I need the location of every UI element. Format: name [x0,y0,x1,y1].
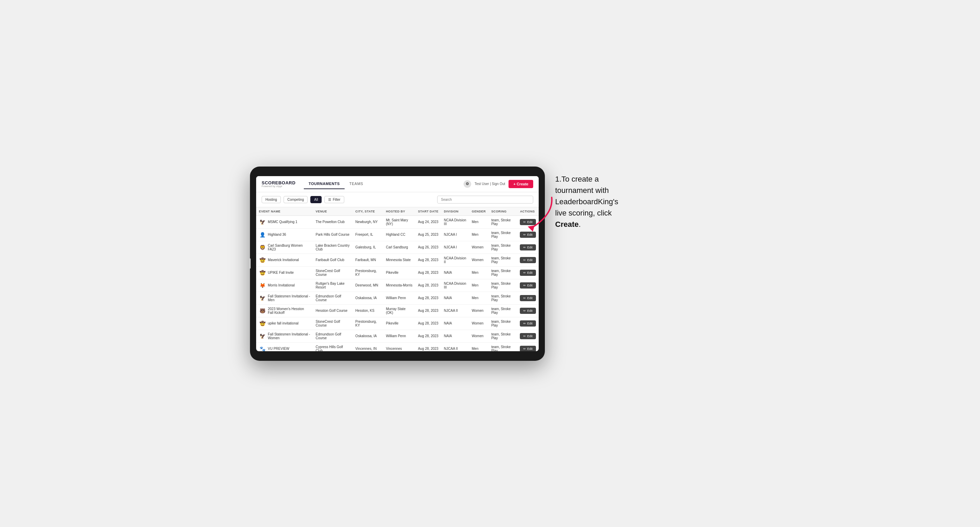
event-name-text: VU PREVIEW [268,347,290,351]
tab-teams[interactable]: TEAMS [345,179,368,189]
logo-sub: Powered by clippr [262,185,296,187]
cell-event-name: 🐻 2023 Women's Hesston Fall Kickoff [256,304,313,317]
edit-button[interactable]: ✏ Edit [520,321,536,327]
annotation-area: 1.To create a tournament with Leaderboar… [545,167,655,237]
pencil-icon: ✏ [523,322,526,325]
cell-actions: ✏ Edit [517,317,539,330]
cell-city-state: Oskaloosa, IA [353,292,383,304]
annotation-arrow [524,194,555,238]
table-row: 🦅 Fall Statesmen Invitational - Men Edmu… [256,292,539,304]
cell-division: NAIA [441,292,469,304]
app-header: SCOREBOARD Powered by clippr TOURNAMENTS… [256,176,539,192]
tab-tournaments[interactable]: TOURNAMENTS [304,179,345,189]
pencil-icon: ✏ [523,347,526,351]
event-name-text: Morris Invitational [268,283,294,287]
event-icon: 👤 [259,231,266,238]
cell-city-state: Prestonsburg, KY [353,266,383,279]
cell-division: NCAA Division III [441,279,469,292]
cell-actions: ✏ Edit [517,279,539,292]
nav-tabs: TOURNAMENTS TEAMS [304,179,368,189]
cell-division: NAIA [441,317,469,330]
cell-scoring: team, Stroke Play [488,330,517,342]
cell-division: NJCAA II [441,342,469,351]
cell-city-state: Hesston, KS [353,304,383,317]
cell-hosted-by: Murray State (OK) [383,304,415,317]
tablet-screen: SCOREBOARD Powered by clippr TOURNAMENTS… [256,176,539,351]
edit-button[interactable]: ✏ Edit [520,283,536,289]
cell-venue: Park Hills Golf Course [313,228,353,241]
all-filter[interactable]: All [310,196,321,203]
outer-wrapper: SCOREBOARD Powered by clippr TOURNAMENTS… [250,167,730,361]
edit-button[interactable]: ✏ Edit [520,333,536,339]
cell-gender: Men [469,279,488,292]
cell-scoring: team, Stroke Play [488,241,517,254]
edit-button[interactable]: ✏ Edit [520,308,536,314]
cell-start-date: Aug 26, 2023 [415,241,441,254]
cell-hosted-by: Mt. Saint Mary (NY) [383,216,415,228]
edit-button[interactable]: ✏ Edit [520,346,536,351]
cell-start-date: Aug 28, 2023 [415,254,441,266]
competing-filter[interactable]: Competing [283,196,307,203]
cell-scoring: team, Stroke Play [488,216,517,228]
cell-venue: Faribault Golf Club [313,254,353,266]
cell-actions: ✏ Edit [517,330,539,342]
cell-gender: Women [469,254,488,266]
cell-start-date: Aug 28, 2023 [415,317,441,330]
svg-marker-0 [528,225,535,232]
event-name-text: Fall Statesmen Invitational - Women [268,332,310,340]
cell-event-name: 🤠 Maverick Invitational [256,254,313,266]
cell-gender: Men [469,292,488,304]
cell-venue: Cypress Hills Golf Club [313,342,353,351]
create-button[interactable]: + Create [509,180,533,188]
cell-hosted-by: Minnesota-Morris [383,279,415,292]
edit-button[interactable]: ✏ Edit [520,244,536,251]
cell-venue: The Powelton Club [313,216,353,228]
table-row: 🦅 Fall Statesmen Invitational - Women Ed… [256,330,539,342]
event-icon: 🐻 [259,307,266,314]
cell-event-name: 🐾 VU PREVIEW [256,342,313,351]
table-row: 🤠 upike fall invitational StoneCrest Gol… [256,317,539,330]
cell-venue: Lake Bracken Country Club [313,241,353,254]
cell-gender: Women [469,241,488,254]
edit-button[interactable]: ✏ Edit [520,257,536,263]
hosting-filter[interactable]: Hosting [262,196,281,203]
cell-start-date: Aug 28, 2023 [415,342,441,351]
cell-event-name: 🦁 Carl Sandburg Women FA23 [256,241,313,254]
cell-gender: Men [469,228,488,241]
cell-scoring: team, Stroke Play [488,266,517,279]
cell-hosted-by: Minnesota State [383,254,415,266]
event-name-text: Highland 36 [268,233,286,237]
cell-actions: ✏ Edit [517,241,539,254]
edit-button[interactable]: ✏ Edit [520,295,536,301]
table-container: EVENT NAME VENUE CITY, STATE HOSTED BY S… [256,207,539,351]
logo-text: SCOREBOARD [262,181,296,185]
event-icon: 🐾 [259,345,266,351]
cell-event-name: 🦅 Fall Statesmen Invitational - Women [256,330,313,342]
cell-hosted-by: Carl Sandburg [383,241,415,254]
cell-start-date: Aug 28, 2023 [415,330,441,342]
edit-button[interactable]: ✏ Edit [520,270,536,276]
table-row: 👤 Highland 36 Park Hills Golf Course Fre… [256,228,539,241]
user-text: Test User | Sign Out [474,182,505,186]
header-right: ⚙ Test User | Sign Out + Create [464,180,533,188]
search-input[interactable] [437,196,533,203]
cell-city-state: Faribault, MN [353,254,383,266]
filter-button[interactable]: ☰ Filter [325,196,344,203]
cell-actions: ✏ Edit [517,292,539,304]
cell-city-state: Oskaloosa, IA [353,330,383,342]
cell-start-date: Aug 28, 2023 [415,292,441,304]
col-hosted-by: HOSTED BY [383,207,415,216]
cell-hosted-by: Pikeville [383,317,415,330]
table-header: EVENT NAME VENUE CITY, STATE HOSTED BY S… [256,207,539,216]
gear-button[interactable]: ⚙ [464,180,471,188]
table-row: 🦊 Morris Invitational Ruttger's Bay Lake… [256,279,539,292]
table-row: 🐻 2023 Women's Hesston Fall Kickoff Hess… [256,304,539,317]
cell-hosted-by: Pikeville [383,266,415,279]
cell-division: NJCAA I [441,241,469,254]
side-button [249,258,251,269]
table-row: 🤠 UPIKE Fall Invite StoneCrest Golf Cour… [256,266,539,279]
cell-actions: ✏ Edit [517,342,539,351]
cell-start-date: Aug 28, 2023 [415,279,441,292]
col-city-state: CITY, STATE [353,207,383,216]
col-gender: GENDER [469,207,488,216]
